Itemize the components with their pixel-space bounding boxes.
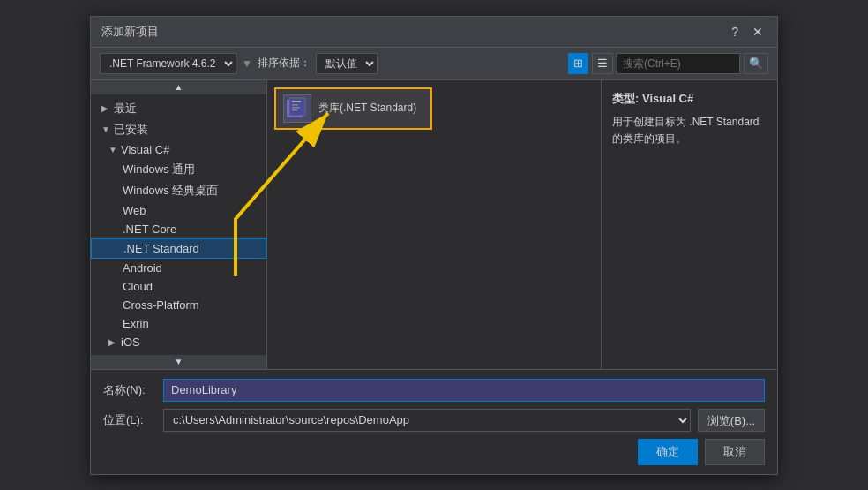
toolbar: .NET Framework 4.6.2 ▼ 排序依据： 默认值 ⊞ ☰ 🔍 — [91, 48, 777, 80]
sidebar-scroll-down[interactable]: ▼ — [91, 355, 266, 369]
close-button[interactable]: ✕ — [749, 26, 767, 38]
sidebar: ▲ ▶ 最近 ▼ 已安装 ▼ Visual C# — [91, 80, 267, 369]
bottom-actions: 确定 取消 — [103, 439, 765, 465]
info-type: 类型: Visual C# — [612, 91, 767, 107]
android-label: Android — [123, 261, 162, 275]
search-button[interactable]: 🔍 — [744, 53, 768, 74]
recent-label: 最近 — [114, 101, 137, 117]
recent-arrow: ▶ — [101, 103, 110, 113]
sidebar-item-recent[interactable]: ▶ 最近 — [91, 98, 266, 119]
sort-select[interactable]: 默认值 — [316, 53, 378, 74]
web-label: Web — [123, 204, 146, 217]
sidebar-item-windows-classic[interactable]: Windows 经典桌面 — [91, 180, 266, 201]
browse-button[interactable]: 浏览(B)... — [698, 409, 765, 432]
grid-view-button[interactable]: ⊞ — [568, 53, 588, 74]
svg-rect-5 — [292, 109, 297, 111]
template-item-class-lib[interactable]: 类库(.NET Standard) — [274, 87, 432, 130]
ios-label: iOS — [121, 335, 140, 349]
sidebar-item-installed[interactable]: ▼ 已安装 — [91, 119, 266, 140]
sidebar-scroll-up[interactable]: ▲ — [91, 80, 266, 94]
main-content: ▲ ▶ 最近 ▼ 已安装 ▼ Visual C# — [91, 80, 777, 369]
sidebar-item-net-standard[interactable]: .NET Standard — [91, 238, 266, 259]
ios-arrow: ▶ — [108, 337, 117, 347]
template-grid: 类库(.NET Standard) — [267, 80, 601, 369]
sidebar-item-cross-platform[interactable]: Cross-Platform — [91, 296, 266, 314]
framework-select[interactable]: .NET Framework 4.6.2 — [100, 53, 236, 74]
visual-cs-arrow: ▼ — [108, 145, 117, 155]
sidebar-item-net-core[interactable]: .NET Core — [91, 220, 266, 238]
search-input[interactable] — [617, 53, 740, 74]
svg-rect-2 — [292, 101, 301, 102]
sidebar-item-cloud[interactable]: Cloud — [91, 277, 266, 296]
windows-classic-label: Windows 经典桌面 — [123, 183, 218, 199]
sidebar-item-android[interactable]: Android — [91, 259, 266, 277]
location-controls: c:\Users\Administrator\source\repos\Demo… — [163, 409, 765, 432]
installed-label: 已安装 — [114, 122, 148, 138]
location-select[interactable]: c:\Users\Administrator\source\repos\Demo… — [163, 409, 691, 432]
template-icon — [283, 94, 311, 123]
sidebar-item-exrin[interactable]: Exrin — [91, 314, 266, 333]
net-core-label: .NET Core — [123, 222, 176, 236]
cloud-label: Cloud — [123, 280, 153, 293]
cancel-button[interactable]: 取消 — [705, 439, 765, 465]
visual-cs-label: Visual C# — [121, 143, 169, 156]
location-row: 位置(L): c:\Users\Administrator\source\rep… — [103, 409, 765, 432]
toolbar-separator: ▼ — [242, 57, 252, 70]
sidebar-item-ios[interactable]: ▶ iOS — [91, 333, 266, 351]
title-bar-buttons: ? ✕ — [728, 26, 767, 38]
name-input[interactable] — [163, 379, 765, 402]
bottom-form: 名称(N): 位置(L): c:\Users\Administrator\sou… — [91, 369, 777, 474]
sidebar-item-windows-common[interactable]: Windows 通用 — [91, 159, 266, 180]
net-standard-label: .NET Standard — [123, 242, 199, 255]
add-new-item-dialog: 添加新项目 ? ✕ .NET Framework 4.6.2 ▼ 排序依据： 默… — [90, 16, 778, 475]
sidebar-item-visual-cs[interactable]: ▼ Visual C# — [91, 140, 266, 159]
name-row: 名称(N): — [103, 379, 765, 402]
name-label: 名称(N): — [103, 382, 156, 398]
dialog-title: 添加新项目 — [101, 24, 159, 40]
svg-rect-3 — [292, 104, 298, 106]
center-pane: 类库(.NET Standard) — [267, 80, 601, 369]
cross-platform-label: Cross-Platform — [123, 298, 199, 312]
help-button[interactable]: ? — [728, 26, 742, 38]
exrin-label: Exrin — [123, 317, 149, 330]
list-view-button[interactable]: ☰ — [592, 53, 613, 74]
template-name: 类库(.NET Standard) — [318, 102, 416, 116]
svg-rect-4 — [292, 107, 300, 109]
title-bar: 添加新项目 ? ✕ — [91, 17, 777, 48]
info-description: 用于创建目标为 .NET Standard 的类库的项目。 — [612, 114, 767, 147]
sort-label: 排序依据： — [258, 56, 311, 71]
location-label: 位置(L): — [103, 412, 156, 428]
ok-button[interactable]: 确定 — [638, 439, 698, 465]
installed-arrow: ▼ — [101, 124, 110, 134]
toolbar-right: ⊞ ☰ 🔍 — [568, 53, 768, 74]
windows-common-label: Windows 通用 — [123, 162, 195, 177]
sidebar-item-web[interactable]: Web — [91, 201, 266, 220]
info-pane: 类型: Visual C# 用于创建目标为 .NET Standard 的类库的… — [601, 80, 777, 369]
